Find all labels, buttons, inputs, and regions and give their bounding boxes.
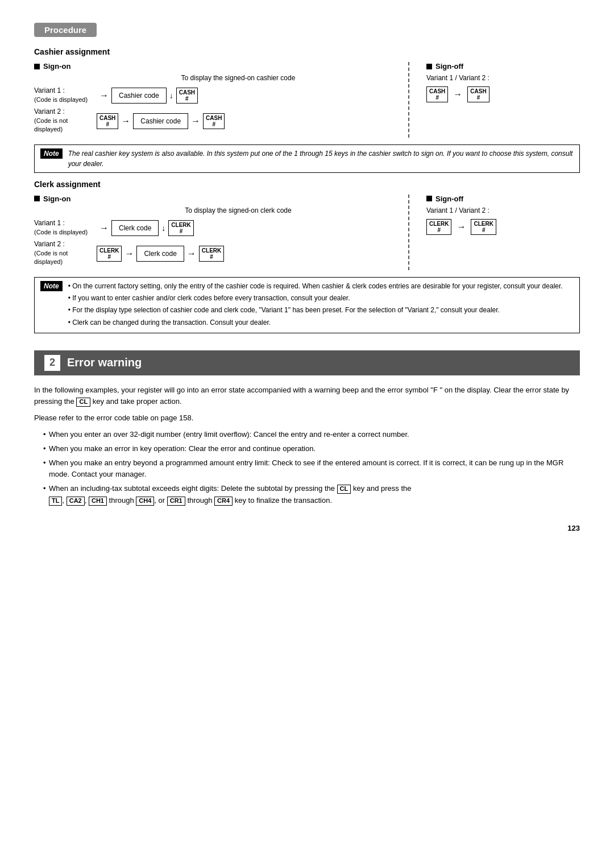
clerk-sign-on-label: Sign-on: [43, 195, 70, 203]
clerk-key-v1: CLERK #: [168, 220, 193, 236]
clerk-signoff-flow: CLERK # → CLERK #: [426, 219, 580, 235]
ca2-key: CA2: [67, 497, 85, 506]
clerk-assignment-section: Clerk assignment Sign-on To display the …: [34, 180, 580, 270]
cashier-variant1-row: Variant 1 : (Code is displayed) → Cashie…: [34, 86, 397, 104]
cashier-assignment-section: Cashier assignment Sign-on To display th…: [34, 47, 580, 138]
error-warning-bullets: When you enter an over 32-digit number (…: [43, 429, 580, 507]
error-bullet-1: When you enter an over 32-digit number (…: [43, 429, 580, 441]
cashier-assignment-title: Cashier assignment: [34, 47, 580, 56]
cashier-code-box-v2: Cashier code: [133, 113, 188, 129]
cashier-sign-on: Sign-on To display the signed-on cashier…: [34, 62, 409, 138]
arrow-down-2: ↓: [161, 224, 165, 232]
square-icon-3: [34, 196, 40, 201]
clerk-variant2-row: Variant 2 : (Code is not displayed) CLER…: [34, 240, 397, 267]
clerk-note-label: Note: [40, 281, 63, 291]
clerk-code-box-v2: Clerk code: [136, 246, 184, 262]
cash-key-v1: CASH #: [176, 88, 198, 104]
page-number: 123: [34, 524, 580, 532]
error-warning-ref: Please refer to the error code table on …: [34, 412, 580, 424]
cashier-variant2-row: Variant 2 : (Code is not displayed) CASH…: [34, 108, 397, 134]
arrow-3: →: [191, 117, 200, 126]
arrow-2: →: [121, 117, 130, 126]
clerk-sign-off: Sign-off Variant 1 / Variant 2 : CLERK #…: [409, 195, 580, 270]
clerk-variant1-label: Variant 1 : (Code is displayed): [34, 219, 97, 237]
arrow-6: →: [187, 249, 196, 258]
cashier-code-box-v1: Cashier code: [111, 88, 167, 104]
ch4-key: CH4: [136, 497, 154, 506]
clerk-variant1-row: Variant 1 : (Code is displayed) → Clerk …: [34, 219, 397, 237]
cashier-note-label: Note: [40, 148, 63, 159]
arrow-5: →: [125, 249, 134, 258]
cl-key-bullet4: CL: [337, 485, 351, 494]
signoff-arrow-2: →: [457, 222, 466, 232]
section-number: 2: [44, 355, 60, 371]
clerk-note-1: • On the current factory setting, only t…: [68, 281, 563, 292]
clerk-note-box: Note • On the current factory setting, o…: [34, 277, 580, 333]
clerk-variant2-label: Variant 2 : (Code is not displayed): [34, 240, 97, 267]
cashier-variant1-label: Variant 1 : (Code is displayed): [34, 86, 97, 104]
cashier-signoff-flow: CASH # → CASH #: [426, 86, 580, 102]
tl-key: TL: [49, 497, 62, 506]
error-bullet-3: When you make an entry beyond a programm…: [43, 457, 580, 481]
error-warning-title: Error warning: [67, 356, 142, 369]
cashier-to-display-label: To display the signed-on cashier code: [80, 74, 397, 82]
arrow-1: →: [99, 91, 109, 100]
cash-key-v2-start: CASH #: [97, 113, 118, 129]
clerk-assignment-title: Clerk assignment: [34, 180, 580, 189]
cr1-key: CR1: [167, 497, 185, 506]
cashier-note-text: The real cashier key system is also avai…: [68, 148, 574, 169]
cl-key-inline: CL: [76, 398, 90, 407]
clerk-variant12-label: Variant 1 / Variant 2 :: [426, 206, 580, 214]
clerk-key-v2-end: CLERK #: [199, 246, 224, 262]
cashier-variant2-label: Variant 2 : (Code is not displayed): [34, 108, 97, 134]
clerk-note-bullets: • On the current factory setting, only t…: [68, 281, 563, 329]
cashier-variant12-label: Variant 1 / Variant 2 :: [426, 74, 580, 82]
clerk-note-2: • If you want to enter cashier and/or cl…: [68, 293, 563, 304]
ch1-key: CH1: [89, 497, 107, 506]
clerk-sign-on: Sign-on To display the signed-on clerk c…: [34, 195, 409, 270]
error-warning-header: 2 Error warning: [34, 350, 580, 375]
cashier-sign-off-label: Sign-off: [435, 62, 463, 71]
cashier-sign-off: Sign-off Variant 1 / Variant 2 : CASH # …: [409, 62, 580, 138]
clerk-code-box-v1: Clerk code: [111, 220, 159, 236]
clerk-to-display-label: To display the signed-on clerk code: [80, 206, 397, 214]
arrow-4: →: [99, 224, 109, 233]
arrow-down-1: ↓: [169, 92, 173, 100]
cash-signoff-key1: CASH #: [426, 86, 448, 102]
clerk-signoff-key1: CLERK #: [426, 219, 451, 235]
square-icon-2: [426, 64, 432, 69]
clerk-key-v2-start: CLERK #: [97, 246, 122, 262]
cash-signoff-key2: CASH #: [467, 86, 489, 102]
clerk-note-3: • For the display type selection of cash…: [68, 305, 563, 316]
square-icon: [34, 64, 40, 69]
procedure-header: Procedure: [34, 23, 97, 37]
error-bullet-2: When you make an error in key operation:…: [43, 443, 580, 455]
clerk-note-4: • Clerk can be changed during the transa…: [68, 317, 563, 328]
cashier-sign-on-label: Sign-on: [43, 62, 70, 71]
cr4-key: CR4: [214, 497, 233, 506]
error-warning-intro: In the following examples, your register…: [34, 385, 580, 408]
error-bullet-4: When an including-tax subtotal exceeds e…: [43, 483, 580, 507]
clerk-signoff-key2: CLERK #: [471, 219, 496, 235]
signoff-arrow: →: [453, 90, 462, 99]
cashier-note-box: Note The real cashier key system is also…: [34, 144, 580, 173]
square-icon-4: [426, 196, 432, 201]
clerk-sign-off-label: Sign-off: [435, 195, 463, 203]
cash-key-v2-end: CASH #: [203, 113, 225, 129]
